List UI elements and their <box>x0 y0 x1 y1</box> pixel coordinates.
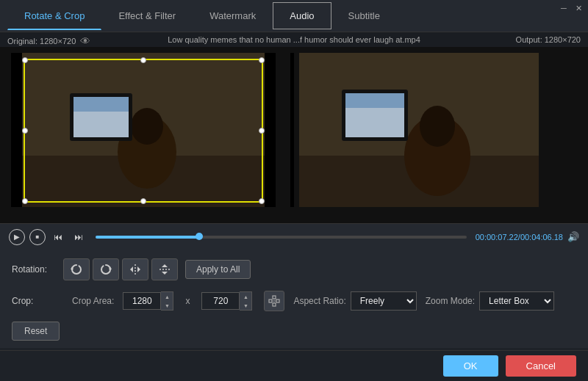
crop-handle-br[interactable] <box>259 198 265 204</box>
footer: OK Cancel <box>0 350 588 381</box>
svg-point-13 <box>420 106 455 147</box>
svg-rect-18 <box>539 53 548 207</box>
tab-audio[interactable]: Audio <box>273 2 331 29</box>
rotate-ccw-icon <box>70 263 83 276</box>
x-separator: x <box>182 296 193 306</box>
minimize-button[interactable]: ─ <box>557 1 570 15</box>
aspect-label: Aspect Ratio: <box>293 296 345 306</box>
crop-height-input[interactable] <box>201 292 240 310</box>
crop-handle-lm[interactable] <box>22 128 28 134</box>
rotate-cw-button[interactable] <box>93 258 119 280</box>
titlebar: ─ ✕ <box>544 0 588 16</box>
right-video-frame <box>290 53 548 207</box>
crop-center-button[interactable] <box>264 291 284 311</box>
svg-marker-23 <box>130 266 133 272</box>
zoom-label: Zoom Mode: <box>426 296 475 306</box>
tab-watermark[interactable]: Watermark <box>193 2 273 29</box>
time-display: 00:00:07.22/00:04:06.18 <box>476 233 563 242</box>
crop-width-down[interactable]: ▼ <box>161 301 173 310</box>
crop-height-down[interactable]: ▼ <box>240 301 251 310</box>
aspect-ratio-select[interactable]: Freely 16:9 4:3 1:1 9:16 <box>351 291 417 311</box>
crop-label: Crop: <box>12 296 63 306</box>
flip-h-icon <box>129 263 142 276</box>
svg-marker-24 <box>137 266 140 272</box>
rotate-cw-icon <box>99 263 112 276</box>
crop-handle-tl[interactable] <box>22 57 28 63</box>
video-preview-left <box>0 47 287 223</box>
crop-row: Crop: Crop Area: ▲ ▼ x ▲ ▼ <box>12 291 576 311</box>
tab-subtitle[interactable]: Subtitle <box>331 2 397 29</box>
progress-fill <box>96 236 199 239</box>
svg-marker-26 <box>162 264 168 267</box>
flip-v-icon <box>158 263 171 276</box>
crop-handle-tr[interactable] <box>259 57 265 63</box>
svg-rect-30 <box>269 300 272 302</box>
filename: Low quality memes that no human ...f hum… <box>0 32 588 47</box>
aspect-ratio-group: Aspect Ratio: Freely 16:9 4:3 1:1 9:16 <box>293 291 416 311</box>
progress-bar[interactable] <box>96 236 467 239</box>
svg-rect-19 <box>290 53 294 207</box>
crop-width-up[interactable]: ▲ <box>161 292 173 301</box>
crop-handle-tm[interactable] <box>140 57 146 63</box>
bottom-panel: Rotation: <box>0 250 588 348</box>
rotation-row: Rotation: <box>12 258 576 280</box>
stop-button[interactable]: ■ <box>29 229 46 245</box>
svg-rect-28 <box>273 296 276 299</box>
tab-effect-filter[interactable]: Effect & Filter <box>101 2 193 29</box>
crop-handle-rm[interactable] <box>259 128 265 134</box>
crop-area-label: Crop Area: <box>72 296 114 306</box>
svg-marker-27 <box>162 272 168 275</box>
rotate-ccw-button[interactable] <box>63 258 90 280</box>
flip-horizontal-button[interactable] <box>122 258 148 280</box>
video-preview-right <box>287 47 588 223</box>
close-button[interactable]: ✕ <box>572 1 585 15</box>
svg-rect-9 <box>265 53 276 207</box>
crop-width-input[interactable] <box>123 292 161 310</box>
rotation-buttons <box>63 258 178 280</box>
play-button[interactable]: ▶ <box>9 229 25 245</box>
crop-height-group: ▲ ▼ <box>201 291 252 311</box>
next-frame-button[interactable]: ⏭ <box>71 229 87 245</box>
flip-vertical-button[interactable] <box>151 258 178 280</box>
reset-button[interactable]: Reset <box>12 322 60 341</box>
ok-button[interactable]: OK <box>443 355 498 377</box>
progress-thumb <box>196 233 203 240</box>
svg-rect-31 <box>276 300 279 302</box>
crop-frame[interactable] <box>24 59 263 203</box>
prev-frame-button[interactable]: ⏮ <box>50 229 66 245</box>
crop-width-group: ▲ ▼ <box>123 291 173 311</box>
crop-height-up[interactable]: ▲ <box>240 292 251 301</box>
crop-handle-bl[interactable] <box>22 198 28 204</box>
rotation-label: Rotation: <box>12 264 63 275</box>
svg-rect-29 <box>273 303 276 306</box>
zoom-mode-select[interactable]: Letter Box Pan & Scan Full <box>479 291 554 311</box>
apply-to-all-button[interactable]: Apply to All <box>185 260 251 279</box>
cancel-button[interactable]: Cancel <box>506 355 576 377</box>
volume-icon[interactable]: 🔊 <box>567 231 579 242</box>
center-icon <box>268 295 280 307</box>
video-area <box>0 47 588 223</box>
zoom-mode-group: Zoom Mode: Letter Box Pan & Scan Full <box>426 291 554 311</box>
tab-bar: Rotate & Crop Effect & Filter Watermark … <box>0 0 588 32</box>
svg-rect-8 <box>11 53 22 207</box>
playback-controls: ▶ ■ ⏮ ⏭ 00:00:07.22/00:04:06.18 🔊 <box>0 223 588 250</box>
crop-handle-bm[interactable] <box>140 198 146 204</box>
svg-rect-16 <box>345 108 404 137</box>
tab-rotate-crop[interactable]: Rotate & Crop <box>7 2 101 30</box>
